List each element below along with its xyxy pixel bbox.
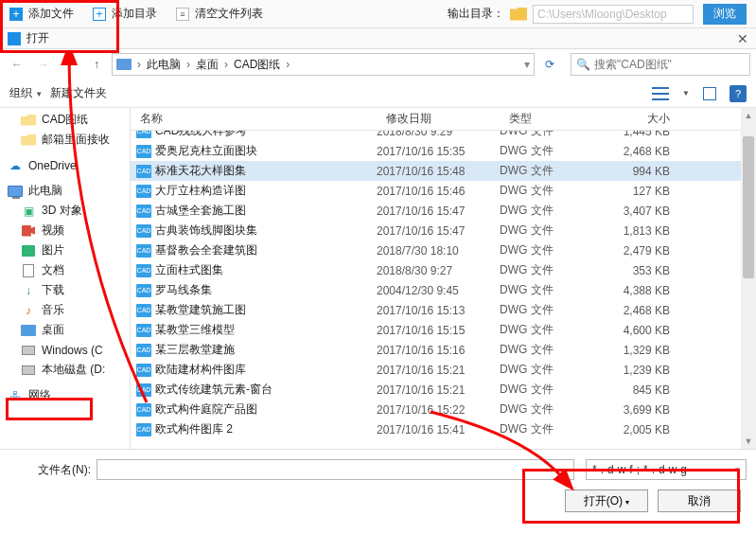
file-name: 欧式传统建筑元素-窗台 <box>155 382 273 398</box>
search-input[interactable] <box>594 58 749 71</box>
help-button[interactable]: ? <box>730 85 747 102</box>
file-row[interactable]: CADCAD残线大样参考2018/8/30 9:29DWG 文件1,445 KB <box>131 131 756 141</box>
scroll-down-button[interactable]: ▼ <box>741 434 756 449</box>
file-row[interactable]: CAD罗马线条集2004/12/30 9:45DWG 文件4,388 KB <box>131 280 756 300</box>
file-date: 2017/10/16 15:46 <box>377 185 500 198</box>
scrollbar-thumb[interactable] <box>743 136 754 278</box>
dwg-file-icon: CAD <box>136 224 151 238</box>
cancel-button[interactable]: 取消 <box>658 490 741 512</box>
tree-item-pic[interactable]: 图片 <box>0 240 130 260</box>
file-row[interactable]: CAD某教堂三维模型2017/10/16 15:15DWG 文件4,600 KB <box>131 320 756 340</box>
search-icon: 🔍 <box>571 58 594 71</box>
organize-menu[interactable]: 组织 ▼ <box>9 85 43 101</box>
file-date: 2004/12/30 9:45 <box>377 284 500 297</box>
refresh-button[interactable]: ⟳ <box>538 53 561 76</box>
tree-item-down[interactable]: ↓下载 <box>0 280 130 300</box>
clear-list-button[interactable]: ≡ 清空文件列表 <box>167 0 273 27</box>
tree-thispc[interactable]: 此电脑 <box>0 181 130 201</box>
nav-forward-button[interactable]: → <box>32 53 55 76</box>
open-button[interactable]: 打开(O) ▾ <box>565 490 648 512</box>
disk-icon <box>21 344 36 357</box>
file-type-filter[interactable]: *.dwf;*.dwg ▾ <box>586 459 747 480</box>
output-path-field[interactable]: C:\Users\Mloong\Desktop <box>533 5 694 24</box>
folder-icon <box>21 134 36 147</box>
filename-input[interactable] <box>97 459 574 480</box>
crumb-0[interactable]: 此电脑 <box>147 57 181 73</box>
chevron-right-icon: › <box>282 58 293 71</box>
arrow-left-icon: ← <box>11 58 23 71</box>
file-date: 2017/10/16 15:41 <box>377 423 500 436</box>
tree-item-disk[interactable]: Windows (C <box>0 340 130 360</box>
file-row[interactable]: CAD欧式构件庭院产品图2017/10/16 15:22DWG 文件3,699 … <box>131 400 756 419</box>
file-row[interactable]: CAD欧陆建材构件图库2017/10/16 15:21DWG 文件1,239 K… <box>131 360 756 380</box>
tree-item-desk[interactable]: 桌面 <box>0 320 130 340</box>
file-row[interactable]: CAD古城堡全套施工图2017/10/16 15:47DWG 文件3,407 K… <box>131 201 756 221</box>
file-type: DWG 文件 <box>500 262 604 278</box>
dwg-file-icon: CAD <box>136 304 151 317</box>
dwg-file-icon: CAD <box>136 185 151 198</box>
nav-back-button[interactable]: ← <box>6 53 28 76</box>
chevron-down-icon[interactable]: ▾ <box>524 58 530 71</box>
col-type[interactable]: 类型 <box>500 111 604 127</box>
breadcrumb[interactable]: › 此电脑 › 桌面 › CAD图纸 › ▾ <box>112 53 535 76</box>
file-row[interactable]: CAD基督教会全套建筑图2018/7/30 18:10DWG 文件2,479 K… <box>131 240 756 260</box>
dwg-file-icon: CAD <box>136 131 151 138</box>
file-row[interactable]: CAD大厅立柱构造详图2017/10/16 15:46DWG 文件127 KB <box>131 181 756 201</box>
crumb-1[interactable]: 桌面 <box>196 57 219 73</box>
add-file-button[interactable]: + 添加文件 <box>0 0 83 27</box>
tree-item-video[interactable]: 视频 <box>0 221 130 240</box>
file-name: CAD残线大样参考 <box>155 131 247 139</box>
col-size[interactable]: 大小 <box>604 111 689 127</box>
file-size: 3,407 KB <box>604 205 689 218</box>
view-list-button[interactable] <box>652 87 669 100</box>
crumb-2[interactable]: CAD图纸 <box>234 57 280 73</box>
tree-item[interactable]: 邮箱里面接收 <box>0 130 130 150</box>
tree-item-3d[interactable]: ▣3D 对象 <box>0 201 130 221</box>
file-name: 古城堡全套施工图 <box>155 203 246 219</box>
onedrive-icon: ☁ <box>8 159 23 172</box>
open-tab[interactable]: 打开 <box>8 30 49 46</box>
file-row[interactable]: CAD标准天花大样图集2017/10/16 15:48DWG 文件994 KB <box>131 161 756 181</box>
file-list[interactable]: CADCAD残线大样参考2018/8/30 9:29DWG 文件1,445 KB… <box>131 131 756 449</box>
new-folder-button[interactable]: 新建文件夹 <box>50 85 107 101</box>
tree-onedrive[interactable]: ☁OneDrive <box>0 155 130 175</box>
chevron-right-icon: › <box>133 58 145 71</box>
add-folder-button[interactable]: + 添加目录 <box>83 0 167 27</box>
add-file-label: 添加文件 <box>28 6 74 22</box>
file-row[interactable]: CAD古典装饰线脚图块集2017/10/16 15:47DWG 文件1,813 … <box>131 221 756 240</box>
chevron-down-icon[interactable]: ▼ <box>682 89 690 98</box>
tree-item[interactable]: CAD图纸 <box>0 110 130 130</box>
folder-tree[interactable]: CAD图纸邮箱里面接收 ☁OneDrive 此电脑 ▣3D 对象视频图片文档↓下… <box>0 108 131 449</box>
file-size: 2,468 KB <box>604 145 689 158</box>
file-row[interactable]: CAD某教堂建筑施工图2017/10/16 15:13DWG 文件2,468 K… <box>131 300 756 320</box>
close-icon[interactable]: ✕ <box>737 31 748 46</box>
search-box[interactable]: 🔍 <box>571 53 750 76</box>
file-size: 994 KB <box>604 165 689 178</box>
file-name: 立面柱式图集 <box>155 262 223 278</box>
dwg-file-icon: CAD <box>136 244 151 258</box>
dwg-file-icon: CAD <box>136 344 151 357</box>
file-row[interactable]: CAD立面柱式图集2018/8/30 9:27DWG 文件353 KB <box>131 260 756 280</box>
file-date: 2018/7/30 18:10 <box>377 244 500 258</box>
preview-pane-button[interactable] <box>703 87 716 100</box>
file-row[interactable]: CAD某三层教堂建施2017/10/16 15:16DWG 文件1,329 KB <box>131 340 756 360</box>
file-row[interactable]: CAD欧式传统建筑元素-窗台2017/10/16 15:21DWG 文件845 … <box>131 380 756 400</box>
nav-recent-dropdown[interactable]: ▾ <box>59 53 81 76</box>
scroll-up-button[interactable]: ▲ <box>741 108 756 123</box>
col-name[interactable]: 名称 <box>131 111 377 127</box>
file-row[interactable]: CAD爱奥尼克柱立面图块2017/10/16 15:35DWG 文件2,468 … <box>131 141 756 161</box>
tree-item-disk[interactable]: 本地磁盘 (D: <box>0 360 130 380</box>
folder-icon <box>21 114 36 127</box>
file-row[interactable]: CAD欧式构件图库 22017/10/16 15:41DWG 文件2,005 K… <box>131 419 756 439</box>
tree-network[interactable]: 🖧网络 <box>0 385 130 405</box>
nav-up-button[interactable]: ↑ <box>85 53 108 76</box>
col-date[interactable]: 修改日期 <box>377 111 500 127</box>
tree-item-music[interactable]: ♪音乐 <box>0 300 130 320</box>
column-headers[interactable]: 名称 修改日期 类型 大小 <box>131 108 756 131</box>
dwg-file-icon: CAD <box>136 423 151 436</box>
pic-icon <box>21 244 36 258</box>
tree-item-doc[interactable]: 文档 <box>0 260 130 280</box>
browse-button[interactable]: 浏览 <box>703 4 747 25</box>
scrollbar[interactable]: ▲ ▼ <box>741 108 756 449</box>
file-size: 4,388 KB <box>604 284 689 297</box>
